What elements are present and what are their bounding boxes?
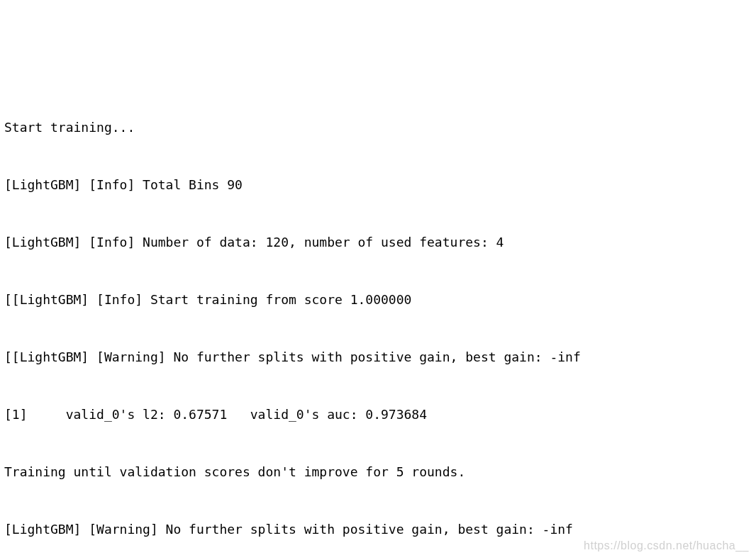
log-line: Start training... [4,118,752,137]
log-line: [LightGBM] [Warning] No further splits w… [4,520,752,539]
watermark-text: https://blog.csdn.net/huacha__ [584,537,749,554]
log-line: [LightGBM] [Info] Number of data: 120, n… [4,233,752,252]
log-line: Training until validation scores don't i… [4,462,752,481]
log-line: [[LightGBM] [Warning] No further splits … [4,347,752,366]
log-line: [LightGBM] [Info] Total Bins 90 [4,175,752,194]
terminal-output: Start training... [LightGBM] [Info] Tota… [0,77,756,560]
log-line: [[LightGBM] [Info] Start training from s… [4,290,752,309]
log-line: [1] valid_0's l2: 0.67571 valid_0's auc:… [4,405,752,424]
